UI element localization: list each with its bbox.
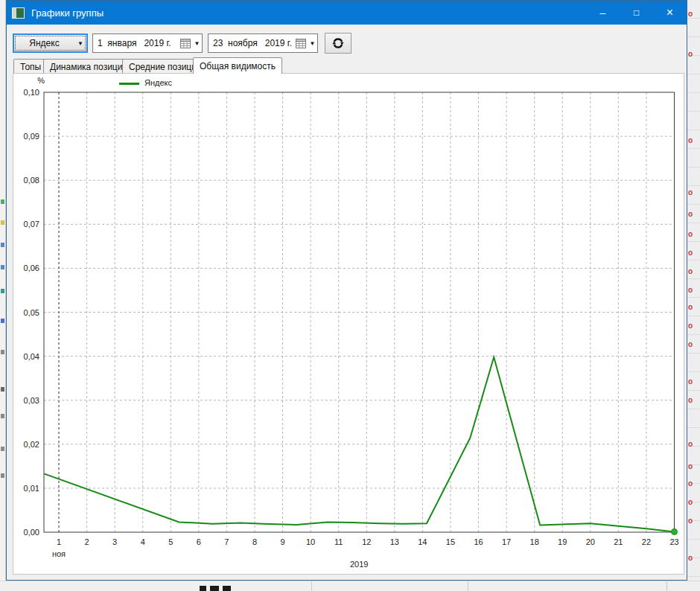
background-red-circle-mark: o <box>688 211 693 218</box>
background-icon-fragment <box>1 265 4 269</box>
tab-label: Топы <box>20 62 41 72</box>
legend-line-swatch <box>119 83 139 85</box>
x-month-label: ноя <box>52 549 66 558</box>
window-title: Графики группы <box>31 7 104 19</box>
toolbar: Яндекс ▼ 1 января 2019 г. ▼ 23 ноября 20… <box>7 25 687 57</box>
maximize-button[interactable]: □ <box>620 1 653 25</box>
x-tick-label: 15 <box>446 537 455 546</box>
background-icon-fragment <box>1 447 4 451</box>
x-tick-label: 22 <box>642 537 651 546</box>
minimize-button[interactable]: – <box>586 1 620 25</box>
y-axis-unit-label: % <box>30 76 45 85</box>
background-icon-fragment <box>1 220 4 225</box>
background-icon-fragment <box>1 350 4 354</box>
y-tick-label: 0,09 <box>24 132 39 141</box>
date-from-picker[interactable]: 1 января 2019 г. ▼ <box>92 33 203 53</box>
tab-label: Динамика позиций <box>50 62 127 72</box>
x-tick-label: 20 <box>586 537 595 546</box>
y-tick-label: 0,03 <box>24 396 39 405</box>
chart-panel: % Яндекс 0,100,090,080,070,060,050,040,0… <box>13 73 684 575</box>
background-red-circle-mark: o <box>688 10 693 18</box>
background-text-fragment <box>210 586 219 591</box>
titlebar[interactable]: Графики группы – □ × <box>7 1 687 25</box>
x-tick-label: 4 <box>141 537 145 546</box>
x-tick-label: 6 <box>197 537 201 546</box>
tab-label: Средние позиции <box>129 62 202 72</box>
chevron-down-icon: ▼ <box>308 40 317 47</box>
x-tick-label: 3 <box>112 537 117 546</box>
date-from-value: 1 января 2019 г. <box>93 38 180 48</box>
x-tick-label: 19 <box>558 537 567 546</box>
background-red-circle-mark: o <box>688 268 693 275</box>
y-tick-label: 0,00 <box>24 528 39 537</box>
calendar-icon <box>180 39 191 48</box>
background-app-left-strip <box>0 0 6 591</box>
x-tick-label: 23 <box>669 537 678 546</box>
y-tick-label: 0,05 <box>24 308 39 317</box>
x-tick-label: 18 <box>530 537 539 546</box>
background-icon-fragment <box>1 319 4 323</box>
y-tick-label: 0,02 <box>24 440 39 449</box>
background-red-circle-mark: o <box>688 304 693 311</box>
refresh-icon <box>331 36 346 51</box>
legend-series-label: Яндекс <box>144 78 172 87</box>
background-icon-fragment <box>1 243 4 247</box>
series-end-marker <box>672 528 678 534</box>
background-red-circle-mark: o <box>688 137 693 144</box>
visibility-line-chart: 0,100,090,080,070,060,050,040,030,020,01… <box>13 74 685 575</box>
search-engine-select[interactable]: Яндекс ▼ <box>13 33 88 53</box>
background-red-circle-mark: o <box>688 480 693 488</box>
date-to-value: 23 ноября 2019 г. <box>209 38 296 48</box>
app-icon <box>12 7 25 19</box>
close-button[interactable]: × <box>653 1 687 25</box>
background-red-circle-mark: o <box>688 397 693 404</box>
background-table-line <box>311 581 312 591</box>
background-app-bottom-strip <box>0 581 700 591</box>
x-tick-label: 10 <box>306 537 315 546</box>
chart-legend: Яндекс <box>119 78 172 87</box>
y-tick-label: 0,10 <box>24 88 39 97</box>
background-app-right-strip: oooooooooooooooooooo <box>687 0 700 591</box>
background-text-fragment <box>200 586 206 591</box>
refresh-button[interactable] <box>325 33 351 54</box>
y-tick-label: 0,01 <box>24 484 39 493</box>
background-icon-fragment <box>1 473 4 478</box>
tabstrip: Топы Динамика позиций Средние позиции Об… <box>13 57 683 74</box>
background-text-fragment <box>223 586 231 591</box>
background-red-circle-mark: o <box>688 249 693 257</box>
x-tick-label: 8 <box>252 537 257 546</box>
x-tick-label: 9 <box>280 537 284 546</box>
chevron-down-icon: ▼ <box>74 40 86 47</box>
x-tick-label: 5 <box>168 537 173 546</box>
background-table-line <box>468 581 468 591</box>
background-red-circle-mark: o <box>688 189 693 197</box>
tab-label: Общая видимость <box>200 61 276 71</box>
x-tick-label: 11 <box>334 537 343 546</box>
x-tick-label: 7 <box>224 537 229 546</box>
background-red-circle-mark: o <box>688 287 693 294</box>
background-red-circle-mark: o <box>688 51 693 58</box>
x-tick-label: 13 <box>390 537 399 546</box>
background-icon-fragment <box>1 199 4 204</box>
background-icon-fragment <box>1 289 4 293</box>
x-tick-label: 2 <box>85 537 89 546</box>
calendar-icon <box>296 39 306 48</box>
background-icon-fragment <box>1 414 4 418</box>
y-tick-label: 0,04 <box>24 352 39 361</box>
background-icon-fragment <box>1 387 4 392</box>
date-to-picker[interactable]: 23 ноября 2019 г. ▼ <box>208 33 318 53</box>
background-red-circle-mark: o <box>688 463 693 470</box>
background-red-circle-mark: o <box>688 499 693 506</box>
tab-overall-visibility[interactable]: Общая видимость <box>193 57 282 74</box>
background-red-circle-mark: o <box>688 231 693 238</box>
tab-position-dynamics[interactable]: Динамика позиций <box>43 59 134 74</box>
graphs-window: Графики группы – □ × Яндекс ▼ 1 января 2… <box>6 0 687 581</box>
y-tick-label: 0,07 <box>24 220 39 229</box>
x-tick-label: 21 <box>614 537 623 546</box>
background-red-circle-mark: o <box>688 517 693 525</box>
chevron-down-icon: ▼ <box>192 40 202 47</box>
x-tick-label: 12 <box>362 537 371 546</box>
x-tick-label: 16 <box>474 537 483 546</box>
x-tick-label: 14 <box>418 537 427 546</box>
background-red-circle-mark: o <box>688 441 693 448</box>
